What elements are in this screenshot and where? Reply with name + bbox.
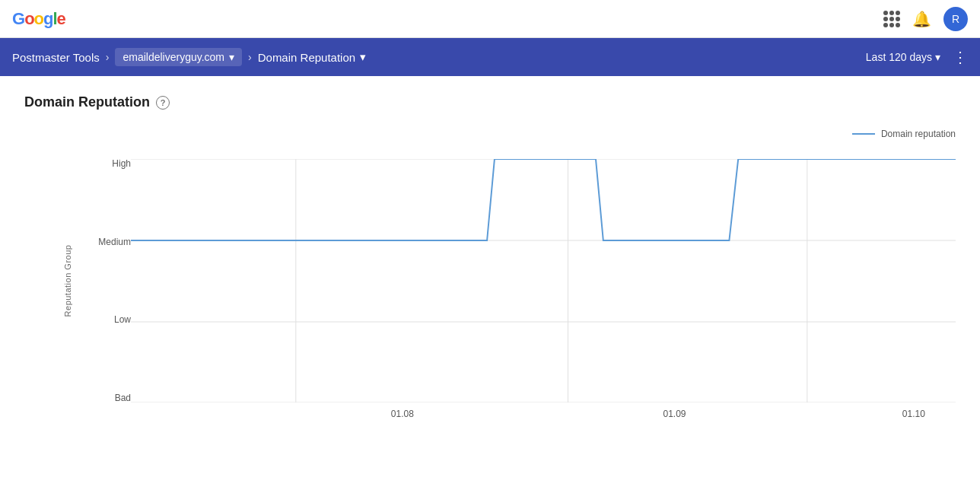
postmaster-tools-link[interactable]: Postmaster Tools	[12, 51, 100, 64]
x-axis-labels: 01.08 01.09 01.10	[131, 402, 956, 433]
notifications-icon[interactable]: 🔔	[912, 10, 931, 28]
chart-container: Domain reputation Reputation Group High …	[24, 129, 956, 433]
section-label: Domain Reputation	[258, 51, 355, 64]
page-content: Domain Reputation ? Domain reputation Re…	[0, 76, 980, 451]
legend-label: Domain reputation	[881, 129, 956, 139]
nav-bar-left: Postmaster Tools › emaildeliveryguy.com …	[12, 48, 866, 66]
google-logo: Google	[12, 9, 65, 29]
days-dropdown-icon: ▾	[935, 51, 940, 63]
nav-bar: Postmaster Tools › emaildeliveryguy.com …	[0, 38, 980, 76]
avatar[interactable]: R	[943, 7, 968, 31]
section-selector[interactable]: Domain Reputation ▾	[258, 50, 366, 64]
x-label-01-09: 01.09	[663, 409, 686, 419]
breadcrumb-chevron-2: ›	[248, 51, 252, 63]
top-bar-right: 🔔 R	[883, 7, 968, 31]
y-axis-labels: High Medium Low Bad	[70, 159, 131, 402]
days-selector[interactable]: Last 120 days ▾	[866, 51, 940, 63]
page-title: Domain Reputation	[24, 94, 150, 110]
y-label-high: High	[112, 159, 131, 168]
help-icon[interactable]: ?	[156, 96, 170, 110]
google-top-bar: Google 🔔 R	[0, 0, 980, 38]
domain-dropdown-icon: ▾	[229, 51, 234, 63]
days-label: Last 120 days	[866, 51, 932, 63]
x-label-01-10: 01.10	[902, 409, 925, 419]
apps-icon[interactable]	[883, 11, 900, 27]
chart-svg	[131, 159, 956, 402]
chart-legend: Domain reputation	[852, 129, 956, 139]
domain-selector[interactable]: emaildeliveryguy.com ▾	[115, 48, 242, 66]
breadcrumb-chevron-1: ›	[106, 51, 110, 63]
legend-line	[852, 133, 875, 135]
y-label-bad: Bad	[115, 393, 131, 402]
page-title-row: Domain Reputation ?	[24, 94, 956, 110]
y-label-low: Low	[114, 315, 131, 324]
domain-name: emaildeliveryguy.com	[123, 51, 224, 63]
more-options-icon[interactable]: ⋮	[953, 48, 968, 66]
nav-bar-right: Last 120 days ▾ ⋮	[866, 48, 968, 66]
y-label-medium: Medium	[98, 237, 131, 247]
x-label-01-08: 01.08	[391, 409, 414, 419]
section-dropdown-icon: ▾	[360, 50, 366, 64]
